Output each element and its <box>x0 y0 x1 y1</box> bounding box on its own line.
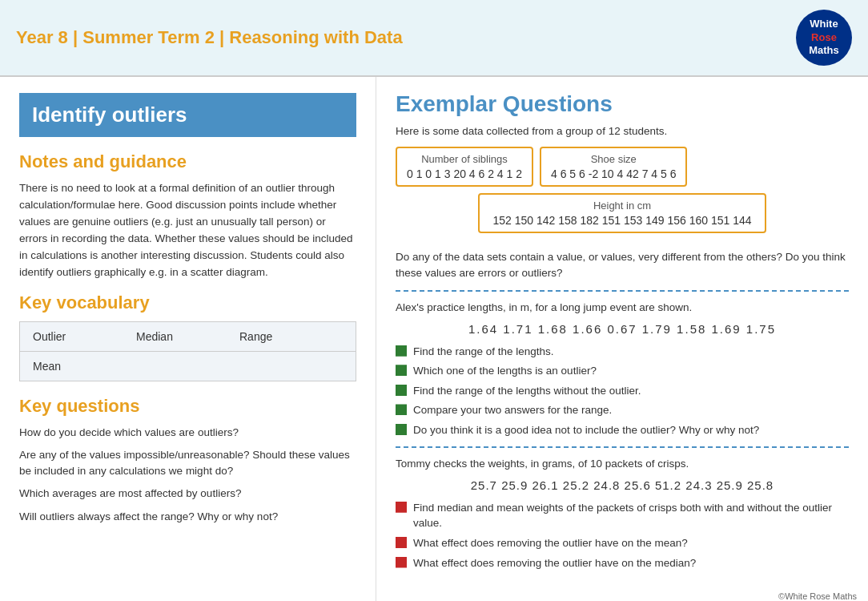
header: Year 8 | Summer Term 2 | Reasoning with … <box>0 0 868 77</box>
q1-text: Do any of the data sets contain a value,… <box>396 249 849 282</box>
siblings-values: 0 1 0 1 3 20 4 6 2 4 1 2 <box>407 167 522 180</box>
notes-title: Notes and guidance <box>19 151 356 172</box>
jump-bullet-2: Which one of the lengths is an outlier? <box>396 363 849 379</box>
left-panel: Identify outliers Notes and guidance The… <box>0 77 376 601</box>
divider-1 <box>396 290 849 292</box>
header-title-text: Year 8 | Summer Term 2 | Reasoning with … <box>16 27 403 47</box>
question-1: How do you decide which values are outli… <box>19 425 356 441</box>
green-bullet-icon-3 <box>396 385 407 396</box>
jump-bullet-1: Find the range of the lengths. <box>396 344 849 360</box>
section-title-box: Identify outliers <box>19 93 356 137</box>
logo-line2: Rose <box>811 31 837 45</box>
logo-line3: Maths <box>809 44 839 58</box>
data-boxes-row: Number of siblings 0 1 0 1 3 20 4 6 2 4 … <box>396 147 849 187</box>
footer: ©White Rose Maths <box>778 591 857 601</box>
height-row: Height in cm 152 150 142 158 182 151 153… <box>396 193 849 241</box>
divider-2 <box>396 446 849 448</box>
jump-bullet-3: Find the range of the lengths without th… <box>396 383 849 399</box>
vocab-median: Median <box>136 330 239 343</box>
siblings-box: Number of siblings 0 1 0 1 3 20 4 6 2 4 … <box>396 147 533 187</box>
green-bullet-icon-4 <box>396 404 407 415</box>
crisp-bullet-1: Find median and mean weights of the pack… <box>396 500 849 531</box>
jump-bullet-5: Do you think it is a good idea not to in… <box>396 422 849 438</box>
q2-intro: Alex's practice lengths, in m, for a lon… <box>396 300 849 316</box>
shoe-box: Shoe size 4 6 5 6 -2 10 4 42 7 4 5 6 <box>540 147 687 187</box>
key-questions: How do you decide which values are outli… <box>19 425 356 525</box>
questions-title: Key questions <box>19 396 356 417</box>
red-bullet-icon-3 <box>396 557 407 568</box>
crisp-bullets: Find median and mean weights of the pack… <box>396 500 849 571</box>
height-label: Height in cm <box>492 200 751 212</box>
question-4: Will outliers always affect the range? W… <box>19 509 356 525</box>
vocab-range: Range <box>239 330 343 343</box>
exemplar-title: Exemplar Questions <box>396 91 849 117</box>
green-bullet-icon-5 <box>396 424 407 435</box>
right-panel: Exemplar Questions Here is some data col… <box>376 77 868 601</box>
shoe-values: 4 6 5 6 -2 10 4 42 7 4 5 6 <box>551 167 676 180</box>
vocab-mean: Mean <box>33 360 343 373</box>
question-3: Which averages are most affected by outl… <box>19 486 356 502</box>
jump-bullets: Find the range of the lengths. Which one… <box>396 344 849 438</box>
height-values: 152 150 142 158 182 151 153 149 156 160 … <box>492 214 751 227</box>
crisp-values: 25.7 25.9 26.1 25.2 24.8 25.6 51.2 24.3 … <box>396 478 849 492</box>
red-bullet-icon-1 <box>396 502 407 513</box>
vocab-row-1: Outlier Median Range <box>20 322 356 352</box>
main-layout: Identify outliers Notes and guidance The… <box>0 77 868 601</box>
crisp-bullet-2: What effect does removing the outlier ha… <box>396 535 849 551</box>
vocab-title: Key vocabulary <box>19 292 356 313</box>
shoe-label: Shoe size <box>551 153 676 165</box>
question-2: Are any of the values impossible/unreaso… <box>19 447 356 480</box>
green-bullet-icon-1 <box>396 345 407 357</box>
logo: White Rose Maths <box>796 10 852 66</box>
jump-bullet-4: Compare your two answers for the range. <box>396 402 849 418</box>
jump-values: 1.64 1.71 1.68 1.66 0.67 1.79 1.58 1.69 … <box>396 322 849 336</box>
red-bullet-icon-2 <box>396 537 407 548</box>
vocab-table: Outlier Median Range Mean <box>19 321 356 381</box>
siblings-label: Number of siblings <box>407 153 522 165</box>
height-box: Height in cm 152 150 142 158 182 151 153… <box>478 193 766 233</box>
crisp-bullet-3: What effect does removing the outlier ha… <box>396 555 849 571</box>
logo-line1: White <box>810 18 838 31</box>
section-title: Identify outliers <box>32 103 344 127</box>
green-bullet-icon-2 <box>396 365 407 376</box>
vocab-row-2: Mean <box>20 352 356 381</box>
vocab-outlier: Outlier <box>33 330 136 343</box>
notes-text: There is no need to look at a formal def… <box>19 180 356 281</box>
header-title: Year 8 | Summer Term 2 | Reasoning with … <box>16 27 403 48</box>
q3-intro: Tommy checks the weights, in grams, of 1… <box>396 456 849 472</box>
intro-text: Here is some data collected from a group… <box>396 125 849 137</box>
